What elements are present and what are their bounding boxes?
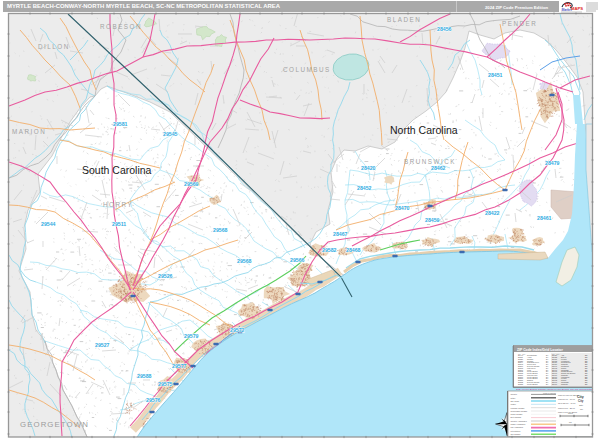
svg-text:29572: 29572 <box>230 327 245 333</box>
svg-text:28462: 28462 <box>431 165 446 171</box>
svg-text:Toll Roads: Toll Roads <box>511 433 521 435</box>
svg-text:PENDER: PENDER <box>502 20 537 27</box>
svg-text:29568: 29568 <box>237 258 252 264</box>
svg-text:COLUMBUS: COLUMBUS <box>283 66 331 73</box>
svg-text:29588: 29588 <box>518 383 523 385</box>
svg-text:State: State <box>511 397 517 399</box>
svg-text:28470: 28470 <box>395 205 410 211</box>
svg-text:Myrtle Beach: Myrtle Beach <box>527 383 538 385</box>
svg-text:ZIP Code Index/Grid Locator: ZIP Code Index/Grid Locator <box>517 348 563 352</box>
svg-text:ROBESON: ROBESON <box>100 23 142 30</box>
svg-text:29568: 29568 <box>213 227 228 233</box>
svg-text:Minor Roads: Minor Roads <box>511 413 523 415</box>
svg-text:29576: 29576 <box>146 397 161 403</box>
svg-text:29511: 29511 <box>112 221 126 227</box>
svg-text:HORRY: HORRY <box>103 201 133 208</box>
svg-text:South Carolina: South Carolina <box>82 164 152 176</box>
svg-text:28422: 28422 <box>485 210 500 216</box>
svg-text:28479: 28479 <box>545 160 560 166</box>
svg-text:US Highways: US Highways <box>511 426 523 428</box>
svg-text:County: County <box>511 393 519 395</box>
svg-text:Secondary Roads: Secondary Roads <box>511 410 528 412</box>
svg-text:28456: 28456 <box>437 26 452 32</box>
svg-text:GEORGETOWN: GEORGETOWN <box>20 420 89 429</box>
svg-text:City: City <box>580 408 583 410</box>
svg-text:28451: 28451 <box>488 72 503 78</box>
svg-text:North Carolina: North Carolina <box>390 124 458 136</box>
svg-text:km: km <box>569 421 572 423</box>
svg-text:28461: 28461 <box>537 215 552 221</box>
svg-text:29569: 29569 <box>184 181 199 187</box>
svg-text:Primary Roads: Primary Roads <box>511 407 525 409</box>
svg-text:29526: 29526 <box>158 273 173 279</box>
svg-text:29527: 29527 <box>95 342 110 348</box>
svg-text:29566: 29566 <box>290 257 305 263</box>
svg-text:Shallotte: Shallotte <box>561 383 568 385</box>
svg-text:MAPS: MAPS <box>571 6 583 11</box>
svg-text:B2: B2 <box>585 383 587 385</box>
svg-text:DILLON: DILLON <box>38 43 70 50</box>
svg-text:28459: 28459 <box>425 217 440 223</box>
svg-text:28452: 28452 <box>357 185 372 191</box>
svg-text:ZIP Code: ZIP Code <box>511 400 521 402</box>
svg-text:29588: 29588 <box>137 373 152 379</box>
svg-text:29544: 29544 <box>41 221 56 227</box>
svg-text:29579: 29579 <box>184 333 199 339</box>
svg-text:City: City <box>578 399 584 403</box>
svg-text:City: City <box>577 395 584 399</box>
svg-text:29581: 29581 <box>113 121 128 127</box>
svg-text:BLADEN: BLADEN <box>387 16 421 23</box>
svg-text:Water: Water <box>511 403 517 405</box>
svg-text:29577: 29577 <box>172 363 187 369</box>
svg-text:2024 Myrtle Beach-Conway-North: 2024 Myrtle Beach-Conway-North Myrtle Be… <box>516 388 600 391</box>
svg-text:D4: D4 <box>546 383 548 385</box>
svg-text:County Highways: County Highways <box>511 420 527 422</box>
svg-text:Map Legend: Map Legend <box>543 392 556 394</box>
svg-text:Major Highways: Major Highways <box>511 423 526 425</box>
svg-text:29582: 29582 <box>322 247 337 253</box>
svg-text:28420: 28420 <box>361 165 376 171</box>
svg-text:Interstates: Interstates <box>511 430 521 432</box>
svg-text:28470: 28470 <box>552 383 557 385</box>
svg-text:Exit Ramps: Exit Ramps <box>511 416 522 418</box>
svg-text:MARION: MARION <box>12 128 46 135</box>
svg-text:29575: 29575 <box>158 381 173 387</box>
svg-text:miles: miles <box>568 412 573 414</box>
svg-text:28468: 28468 <box>346 247 361 253</box>
svg-text:BRUNSWICK: BRUNSWICK <box>404 158 456 165</box>
svg-text:29545: 29545 <box>163 131 178 137</box>
svg-text:28467: 28467 <box>333 231 348 237</box>
